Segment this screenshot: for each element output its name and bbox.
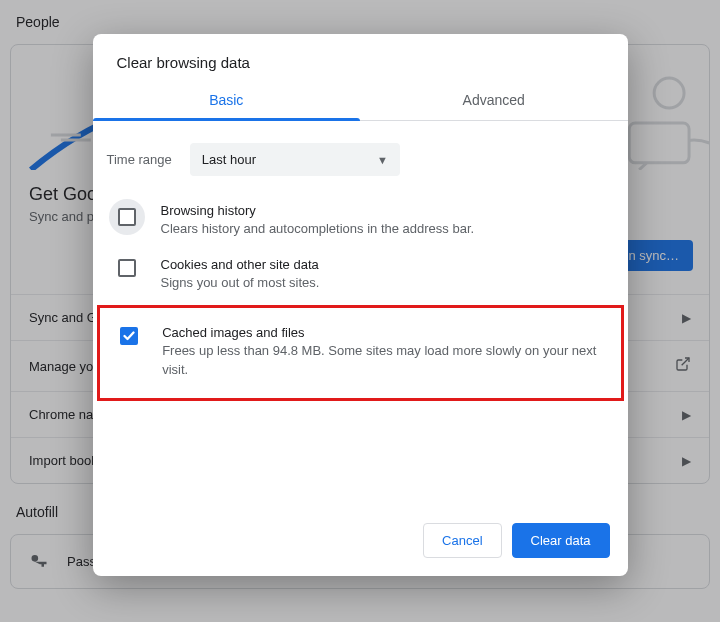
tab-basic[interactable]: Basic (93, 81, 361, 120)
option-title: Cookies and other site data (161, 257, 320, 272)
chevron-down-icon: ▼ (377, 154, 388, 166)
dialog-tabs: Basic Advanced (93, 81, 628, 121)
dialog-body: Time range Last hour ▼ Browsing history … (93, 121, 628, 421)
dialog-title: Clear browsing data (93, 34, 628, 81)
time-range-select[interactable]: Last hour ▼ (190, 143, 400, 176)
modal-overlay: Clear browsing data Basic Advanced Time … (0, 0, 720, 622)
checkbox-halo (109, 199, 145, 235)
cancel-button[interactable]: Cancel (423, 523, 501, 558)
option-subtitle: Frees up less than 94.8 MB. Some sites m… (162, 342, 608, 380)
time-range-row: Time range Last hour ▼ (103, 137, 618, 194)
time-range-label: Time range (107, 152, 172, 167)
option-title: Browsing history (161, 203, 475, 218)
time-range-value: Last hour (202, 152, 256, 167)
option-title: Cached images and files (162, 325, 608, 340)
option-subtitle: Signs you out of most sites. (161, 274, 320, 293)
highlight-annotation: Cached images and files Frees up less th… (97, 305, 624, 402)
option-subtitle: Clears history and autocompletions in th… (161, 220, 475, 239)
clear-browsing-data-dialog: Clear browsing data Basic Advanced Time … (93, 34, 628, 576)
checkbox-browsing-history[interactable] (118, 208, 136, 226)
checkbox-cached-files[interactable] (120, 327, 138, 345)
dialog-actions: Cancel Clear data (93, 511, 628, 576)
checkbox-cookies[interactable] (118, 259, 136, 277)
option-cookies[interactable]: Cookies and other site data Signs you ou… (103, 248, 618, 302)
clear-data-button[interactable]: Clear data (512, 523, 610, 558)
option-browsing-history[interactable]: Browsing history Clears history and auto… (103, 194, 618, 248)
tab-advanced[interactable]: Advanced (360, 81, 628, 120)
option-cached-files[interactable]: Cached images and files Frees up less th… (106, 316, 615, 389)
